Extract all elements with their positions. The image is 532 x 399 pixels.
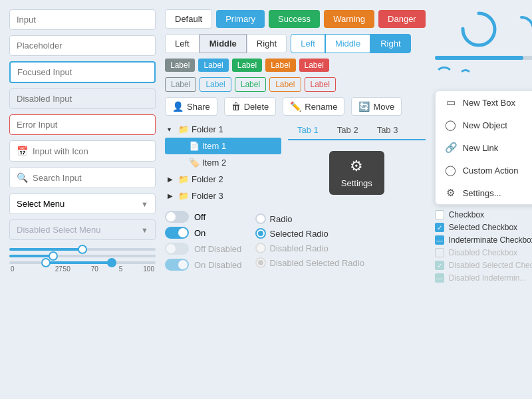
tree-folder2[interactable]: ▶ 📁 Folder 2: [165, 171, 281, 188]
settings-menu-label: Settings...: [463, 188, 501, 198]
slider-track-2[interactable]: [9, 255, 156, 257]
toggle-btn-middle[interactable]: Middle: [200, 34, 247, 53]
toggle-off-track[interactable]: [165, 211, 189, 223]
checkbox-checked[interactable]: ✓ Selected Checkbox: [435, 223, 532, 232]
default-button[interactable]: Default: [165, 9, 212, 29]
placeholder-input[interactable]: [9, 35, 156, 56]
disabled-indet-checkbox-label: Disabled Indetermin...: [449, 273, 527, 283]
checkbox-panel: Checkbox ✓ Selected Checkbox — Indetermi…: [435, 210, 532, 283]
tab-3[interactable]: Tab 3: [368, 121, 408, 140]
share-label: Share: [187, 102, 210, 112]
icon-input[interactable]: 📅: [9, 140, 156, 162]
radio-circle-disabled: [255, 243, 266, 253]
label-outline-gray: Label: [165, 77, 196, 92]
settings-item[interactable]: ⚙ Settings...: [436, 182, 532, 204]
spinner-small: [459, 69, 472, 82]
checkbox-box-checked[interactable]: ✓: [435, 223, 444, 232]
tree-item2-label: Item 2: [202, 158, 226, 168]
icon-input-field[interactable]: [33, 146, 148, 156]
tab-1[interactable]: Tab 1: [288, 121, 328, 140]
toggle-on-thumb: [178, 228, 188, 237]
range-slider-track[interactable]: [9, 261, 156, 264]
checkbox-disabled-indet: — Disabled Indetermin...: [435, 273, 532, 283]
custom-action-label: Custom Action: [463, 166, 519, 176]
select-menu[interactable]: Select Menu ▼: [9, 194, 156, 214]
search-input-field[interactable]: [33, 173, 148, 183]
tab-2[interactable]: Tab 2: [328, 121, 368, 140]
toggle-on[interactable]: On: [165, 227, 242, 239]
tree-tab-row: ▾ 📁 Folder 1 📄 Item 1 🏷️ Item 2 ▶ 📁: [165, 121, 426, 205]
radio-unselected[interactable]: Radio: [255, 213, 364, 224]
tree-item2[interactable]: 🏷️ Item 2: [165, 154, 281, 171]
slider-1[interactable]: [9, 248, 156, 251]
controls-row: Off On Off Disabled: [165, 211, 426, 271]
selected-radio-label: Selected Radio: [270, 229, 329, 239]
error-input[interactable]: [9, 114, 156, 135]
label-outline-green: Label: [235, 77, 266, 92]
range-labels: 0 27 50 70 5 100: [9, 265, 156, 273]
danger-button[interactable]: Danger: [378, 10, 426, 28]
settings-label: Settings: [341, 178, 372, 188]
delete-button[interactable]: 🗑 Delete: [224, 97, 277, 116]
toggle-btn-right[interactable]: Right: [247, 34, 287, 53]
toggle-off-disabled-thumb: [166, 244, 176, 253]
share-button[interactable]: 👤 Share: [165, 97, 217, 116]
disabled-select-arrow-icon: ▼: [141, 226, 148, 234]
rename-button[interactable]: ✏️ Rename: [283, 97, 344, 116]
label-gray: Label: [165, 59, 195, 72]
toggle-btn-blue-middle[interactable]: Middle: [325, 34, 370, 53]
disabled-selected-checkbox-label: Disabled Selected Checkbox: [449, 261, 532, 270]
radio-circle-selected[interactable]: [255, 228, 266, 239]
radio-selected[interactable]: Selected Radio: [255, 228, 364, 239]
share-icon: 👤: [172, 101, 184, 112]
new-object-item[interactable]: ◯ New Object: [436, 114, 532, 136]
focused-input[interactable]: [9, 61, 156, 83]
radio-circle-empty[interactable]: [255, 213, 266, 224]
range-thumb-right[interactable]: [107, 258, 116, 267]
warning-button[interactable]: Warning: [324, 10, 374, 28]
disabled-checkbox-label: Disabled Checkbox: [449, 248, 517, 257]
disabled-radio-label: Disabled Radio: [270, 243, 329, 253]
middle-column: Default Primary Success Warning Danger L…: [165, 9, 426, 390]
checkbox-unchecked[interactable]: Checkbox: [435, 210, 532, 219]
selected-checkbox-label: Selected Checkbox: [449, 223, 517, 232]
toggle-off[interactable]: Off: [165, 211, 242, 223]
radio-circle-disabled-selected: [255, 257, 266, 268]
radio-label: Radio: [270, 214, 293, 224]
toggle-btn-blue-left[interactable]: Left: [291, 34, 325, 53]
range-thumb-left[interactable]: [41, 258, 51, 267]
checkbox-box-empty[interactable]: [435, 210, 444, 219]
tree-folder3-label: Folder 3: [192, 191, 223, 201]
checkbox-box-indeterminate[interactable]: —: [435, 235, 444, 245]
success-button[interactable]: Success: [269, 10, 320, 28]
checkbox-indeterminate[interactable]: — Indeterminate Checkbox: [435, 235, 532, 245]
toggle-off-disabled-track: [165, 243, 189, 255]
slider-2[interactable]: [9, 255, 156, 257]
slider-track-1[interactable]: [9, 248, 156, 251]
custom-action-item[interactable]: ◯ Custom Action: [436, 159, 532, 182]
input-field[interactable]: [9, 9, 156, 30]
label-outline-red: Label: [305, 77, 336, 92]
range-slider[interactable]: 0 27 50 70 5 100: [9, 261, 156, 273]
tree-item1[interactable]: 📄 Item 1: [165, 138, 281, 154]
new-link-icon: 🔗: [445, 142, 457, 154]
tree-folder3[interactable]: ▶ 📁 Folder 3: [165, 188, 281, 204]
disabled-input: [9, 88, 156, 109]
settings-button[interactable]: ⚙ Settings: [329, 151, 384, 195]
primary-button[interactable]: Primary: [216, 10, 265, 28]
toggle-on-track[interactable]: [165, 227, 189, 239]
tree-folder1[interactable]: ▾ 📁 Folder 1: [165, 121, 281, 138]
toggle-btn-blue-right[interactable]: Right: [370, 34, 410, 53]
toggle-btn-left[interactable]: Left: [165, 34, 200, 53]
progress-bar-fill: [435, 56, 523, 60]
delete-label: Delete: [244, 102, 269, 112]
spinner-row: [435, 66, 532, 85]
disabled-select-menu: Disabled Select Menu ▼: [9, 219, 156, 240]
toggle-off-disabled-label: Off Disabled: [194, 244, 241, 254]
new-text-box-item[interactable]: ▭ New Text Box: [436, 91, 532, 114]
settings-icon: ⚙: [445, 187, 457, 199]
move-button[interactable]: 🔄 Move: [351, 97, 402, 116]
new-link-item[interactable]: 🔗 New Link: [436, 136, 532, 159]
search-input-wrapper[interactable]: 🔍: [9, 167, 156, 188]
circle-progress-1: [459, 9, 499, 49]
